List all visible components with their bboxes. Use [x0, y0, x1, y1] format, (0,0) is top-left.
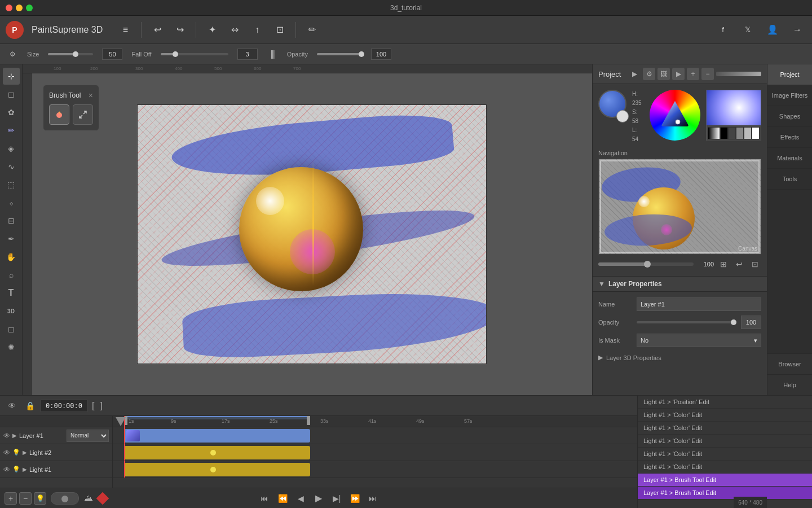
tl-skip-end-button[interactable]: ⏭ — [365, 491, 380, 506]
history-item-1[interactable]: Light #1 > 'Color' Edit — [638, 409, 812, 422]
tl-speed-thumb[interactable] — [61, 496, 68, 502]
tl-bar-layer2[interactable] — [124, 446, 310, 459]
tool-picker[interactable]: ✒ — [3, 230, 20, 247]
layer-3d-toggle[interactable]: ▶ Layer 3D Properties — [598, 352, 761, 364]
nav-zoom-thumb[interactable] — [644, 261, 651, 268]
tool-layers-btn[interactable]: ⊟ — [3, 212, 20, 229]
crop-button[interactable]: ⊡ — [271, 21, 289, 39]
tab-tools[interactable]: Tools — [767, 169, 812, 190]
tl-add-layer-button[interactable]: + — [5, 492, 17, 505]
project-image-icon[interactable]: 🖼 — [657, 68, 670, 80]
tool-object[interactable]: ◻ — [3, 321, 20, 338]
project-anim-icon[interactable]: ▶ — [672, 68, 685, 80]
tl-expand-2[interactable]: ▶ — [23, 449, 27, 456]
tl-next-frame-button[interactable]: ▶| — [329, 491, 344, 506]
tab-materials[interactable]: Materials — [767, 148, 812, 169]
color-preview-large[interactable] — [706, 90, 761, 141]
tl-keyframe-3a[interactable] — [210, 467, 216, 472]
history-item-7[interactable]: Layer #1 > Brush Tool Edit — [638, 487, 812, 500]
panel-expand-icon[interactable]: ▶ — [628, 68, 641, 80]
tl-mode-select-1[interactable]: Normal — [67, 430, 109, 442]
project-add-icon[interactable]: + — [687, 68, 699, 80]
tl-prev-frame-button[interactable]: ◀ — [293, 491, 308, 506]
tab-browser[interactable]: Browser — [767, 353, 812, 374]
bw-gradient-swatch[interactable] — [708, 127, 720, 139]
history-item-6-active[interactable]: Layer #1 > Brush Tool Edit — [638, 474, 812, 487]
opacity-value-prop[interactable]: 100 — [741, 316, 761, 329]
tool-eraser[interactable]: ◈ — [3, 140, 20, 157]
tl-remove-layer-button[interactable]: − — [19, 492, 32, 505]
tl-bar-layer1[interactable] — [124, 429, 310, 443]
tool-smudge[interactable]: ∿ — [3, 158, 20, 175]
brush-expand-button[interactable] — [73, 104, 93, 125]
tab-help[interactable]: Help — [767, 374, 812, 395]
project-tools-icon[interactable]: ⚙ — [643, 68, 655, 80]
tl-add-light-button[interactable]: 💡 — [34, 492, 46, 505]
popup-close-button[interactable]: × — [89, 91, 93, 100]
tl-lock-button[interactable]: 🔒 — [23, 398, 37, 413]
tl-bar-layer3[interactable] — [124, 463, 310, 476]
falloff-value[interactable]: 3 — [237, 49, 258, 60]
maximize-button[interactable] — [26, 5, 33, 11]
tl-expand-1[interactable]: ▶ — [12, 432, 17, 439]
tl-bracket-out[interactable]: ] — [99, 401, 103, 411]
tool-hand[interactable]: ✋ — [3, 248, 20, 265]
tl-step-forward-button[interactable]: ⏩ — [347, 491, 362, 506]
size-slider-thumb[interactable] — [73, 51, 78, 57]
tab-project[interactable]: Project — [767, 64, 812, 85]
undo-button[interactable]: ↩ — [148, 21, 166, 39]
tl-expand-3[interactable]: ▶ — [23, 466, 27, 472]
logout-icon[interactable]: → — [788, 21, 806, 39]
nav-fit-icon[interactable]: ⊡ — [749, 258, 761, 270]
light-swatch[interactable] — [744, 127, 752, 139]
tool-lasso[interactable]: ✿ — [3, 104, 20, 121]
flip-button[interactable]: ⇔ — [226, 21, 244, 39]
menu-button[interactable]: ≡ — [116, 21, 134, 39]
tl-keyframe-2a[interactable] — [210, 450, 216, 456]
history-item-4[interactable]: Light #1 > 'Color' Edit — [638, 448, 812, 461]
tab-effects[interactable]: Effects — [767, 127, 812, 148]
color-wheel-container[interactable] — [650, 90, 700, 141]
opacity-slider-track[interactable] — [317, 53, 362, 55]
navigation-preview[interactable]: Canvas — [598, 159, 761, 255]
falloff-slider-track[interactable] — [161, 53, 228, 55]
redo-button[interactable]: ↪ — [171, 21, 189, 39]
tool-clone[interactable]: ⬚ — [3, 176, 20, 193]
snap-button[interactable]: ✦ — [203, 21, 221, 39]
tool-paint[interactable]: ✏ — [3, 122, 20, 139]
tl-step-back-button[interactable]: ⏪ — [275, 491, 290, 506]
history-item-5[interactable]: Light #1 > 'Color' Edit — [638, 461, 812, 474]
tool-fill[interactable]: ⬦ — [3, 194, 20, 211]
canvas-content[interactable]: Brush Tool × — [32, 73, 592, 395]
project-slider[interactable] — [716, 72, 761, 76]
tl-bracket-in[interactable]: [ — [91, 401, 95, 411]
name-input[interactable] — [637, 297, 761, 311]
tl-speed-slider[interactable] — [51, 492, 79, 505]
opacity-slider-thumb[interactable] — [359, 51, 364, 57]
tl-play-button[interactable]: ▶ — [311, 491, 326, 506]
tool-move[interactable]: ⊹ — [3, 68, 20, 85]
mask-select[interactable]: No ▾ — [637, 334, 761, 347]
tl-eye-3[interactable]: 👁 — [3, 466, 10, 474]
layer-props-collapse[interactable]: ▼ — [598, 280, 605, 288]
size-value[interactable]: 50 — [102, 49, 122, 60]
brush-paint-button[interactable] — [49, 104, 69, 125]
secondary-color-swatch[interactable] — [616, 110, 629, 122]
opacity-slider-container[interactable] — [637, 317, 736, 328]
white-swatch[interactable] — [752, 127, 760, 139]
tl-eye-button[interactable]: 👁 — [5, 398, 19, 413]
canvas-image[interactable] — [137, 104, 487, 364]
tl-skip-start-button[interactable]: ⏮ — [257, 491, 272, 506]
tl-mountain-icon[interactable]: ⛰ — [81, 491, 96, 506]
nav-zoom-slider[interactable] — [598, 262, 694, 266]
history-item-3[interactable]: Light #1 > 'Color' Edit — [638, 435, 812, 448]
tab-shapes[interactable]: Shapes — [767, 106, 812, 127]
close-button[interactable] — [6, 5, 12, 11]
account-icon[interactable]: 👤 — [764, 21, 782, 39]
size-slider-track[interactable] — [48, 53, 93, 55]
falloff-slider-thumb[interactable] — [173, 51, 178, 57]
black-swatch[interactable] — [720, 127, 728, 139]
twitter-icon[interactable]: 𝕏 — [739, 21, 757, 39]
nav-undo-icon[interactable]: ↩ — [733, 258, 745, 270]
paint-mode-button[interactable]: ✏ — [303, 21, 321, 39]
